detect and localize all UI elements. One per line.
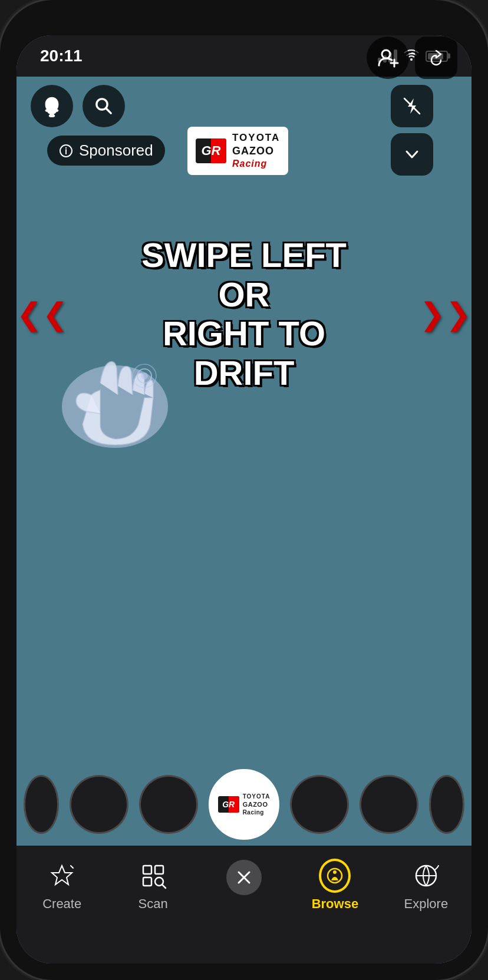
hand-gesture <box>47 348 183 454</box>
lens-item-5[interactable] <box>360 775 418 834</box>
chevrons-left-icon: ❮❮ <box>17 296 68 332</box>
racing-text: Racing <box>232 158 267 170</box>
search-icon <box>93 95 115 117</box>
ghost-icon <box>41 95 63 117</box>
chevrons-right-icon: ❯❯ <box>420 296 471 332</box>
flash-off-icon <box>402 96 422 116</box>
nav-right <box>367 37 457 176</box>
camera-viewfinder <box>17 77 471 846</box>
svg-line-18 <box>162 885 166 888</box>
svg-point-22 <box>333 870 337 874</box>
snapchat-home-button[interactable] <box>31 85 73 127</box>
explore-icon <box>410 860 442 892</box>
nav-explore[interactable]: Explore <box>381 860 471 912</box>
lens-item-1[interactable] <box>70 775 128 834</box>
nav-create[interactable]: Create <box>17 860 107 912</box>
search-button[interactable] <box>83 85 125 127</box>
swipe-line2: RIGHT TO DRIFT <box>163 314 325 392</box>
chevron-down-button[interactable] <box>391 133 433 176</box>
sponsored-text: Sponsored <box>79 141 153 160</box>
scan-label: Scan <box>139 896 168 912</box>
svg-rect-15 <box>155 866 163 874</box>
add-friend-icon <box>377 47 399 69</box>
svg-point-8 <box>65 147 67 148</box>
status-time: 20:11 <box>40 47 83 65</box>
flash-button[interactable] <box>391 85 433 127</box>
close-lens-button[interactable] <box>226 860 262 895</box>
flip-camera-icon <box>426 47 447 68</box>
svg-rect-16 <box>143 877 151 886</box>
toyota-text: TOYOTA <box>232 131 280 144</box>
scan-icon <box>137 860 169 892</box>
create-label: Create <box>42 896 81 912</box>
phone-frame: 20:11 <box>0 0 488 980</box>
x-icon <box>236 869 252 886</box>
gazoo-text: GAZOO <box>232 144 274 158</box>
svg-rect-14 <box>143 866 151 874</box>
svg-point-12 <box>141 372 148 380</box>
notch <box>173 0 315 21</box>
info-icon <box>59 144 73 158</box>
lens-selector-row: GR TOYOTA GAZOO Racing <box>17 763 471 846</box>
gr-square: GR <box>196 138 226 163</box>
nav-left <box>31 85 125 127</box>
svg-line-13 <box>71 866 73 868</box>
flip-camera-button[interactable] <box>415 37 457 79</box>
svg-line-1 <box>106 108 111 113</box>
lens-item-4[interactable] <box>290 775 349 834</box>
toyota-gr-logo[interactable]: GR TOYOTA GAZOO Racing <box>187 127 288 175</box>
phone-screen: 20:11 <box>17 35 471 963</box>
svg-point-2 <box>382 50 390 58</box>
nav-scan[interactable]: Scan <box>107 860 198 912</box>
sponsored-badge[interactable]: Sponsored <box>47 136 165 166</box>
bottom-nav: Create Scan <box>17 846 471 963</box>
svg-line-5 <box>404 98 420 114</box>
lens-item-active[interactable]: GR TOYOTA GAZOO Racing <box>209 769 279 840</box>
lens-item-far-left[interactable] <box>24 775 59 834</box>
explore-label: Explore <box>404 896 449 912</box>
lens-item-far-right[interactable] <box>429 775 464 834</box>
lens-item-2[interactable] <box>139 775 198 834</box>
swipe-line1: SWIPE LEFT OR <box>141 236 347 314</box>
nav-browse[interactable]: Browse <box>289 860 380 912</box>
swipe-gesture-icon <box>47 348 183 454</box>
browse-icon <box>319 860 351 892</box>
nav-close[interactable] <box>199 860 289 895</box>
chevron-down-icon <box>403 146 421 163</box>
browse-label: Browse <box>312 896 358 912</box>
create-icon <box>46 860 78 892</box>
add-friend-button[interactable] <box>367 37 409 79</box>
